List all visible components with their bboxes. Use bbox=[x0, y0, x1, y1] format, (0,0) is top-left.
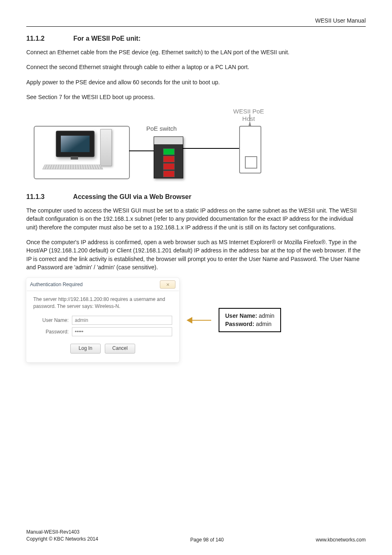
cancel-button[interactable]: Cancel bbox=[105, 344, 135, 354]
username-label: User Name: bbox=[33, 317, 72, 323]
login-button[interactable]: Log In bbox=[70, 344, 101, 354]
host-label: WESII PoE Host bbox=[226, 108, 271, 123]
host-label-line1: WESII PoE bbox=[233, 108, 264, 115]
monitor-stand-icon bbox=[71, 156, 78, 160]
auth-dialog: Authentication Required ⨉ The server htt… bbox=[26, 278, 179, 362]
running-header: WESII User Manual bbox=[26, 17, 366, 26]
poe-switch-label: PoE switch bbox=[146, 125, 177, 132]
header-rule bbox=[26, 26, 366, 27]
paragraph: Apply power to the PSE device and allow … bbox=[26, 78, 366, 86]
heading-text: Accessing the GUI via a Web Browser bbox=[73, 193, 191, 200]
pc-tower-icon bbox=[100, 129, 112, 166]
username-input[interactable]: admin bbox=[72, 316, 172, 325]
footer-page-number: Page 98 of 140 bbox=[190, 537, 224, 543]
heading-number: 11.1.3 bbox=[26, 193, 71, 201]
section-heading-11-1-2: 11.1.2 For a WESII PoE unit: bbox=[26, 35, 366, 42]
antenna-icon bbox=[249, 121, 251, 126]
page-footer: Manual-WESII-Rev1403 Copyright © KBC Net… bbox=[26, 529, 366, 543]
cred-user-value: admin bbox=[257, 312, 274, 319]
paragraph: Connect an Ethernet cable from the PSE d… bbox=[26, 48, 366, 56]
paragraph: See Section 7 for the WESII LED boot up … bbox=[26, 93, 366, 101]
password-input[interactable]: ••••• bbox=[72, 327, 172, 336]
cred-pass-value: admin bbox=[254, 321, 272, 327]
keyboard-icon bbox=[42, 165, 103, 169]
cred-user-label: User Name: bbox=[225, 312, 257, 319]
dialog-title: Authentication Required bbox=[30, 282, 83, 287]
dialog-titlebar: Authentication Required ⨉ bbox=[27, 278, 179, 291]
monitor-icon bbox=[56, 131, 95, 157]
paragraph: Once the computer's IP address is confir… bbox=[26, 238, 366, 271]
footer-line1: Manual-WESII-Rev1403 bbox=[26, 529, 98, 536]
arrow-left-icon bbox=[187, 315, 211, 325]
credentials-callout: User Name: admin Password: admin bbox=[219, 308, 281, 332]
ethernet-link-icon bbox=[182, 148, 239, 149]
cred-pass-label: Password: bbox=[225, 321, 254, 327]
footer-line2: Copyright © KBC Networks 2014 bbox=[26, 536, 98, 543]
heading-text: For a WESII PoE unit: bbox=[73, 35, 141, 42]
dialog-intro-text: The server http://192.168.1.200:80 requi… bbox=[33, 296, 172, 310]
paragraph: Connect the second Ethernet straight thr… bbox=[26, 63, 366, 71]
poe-topology-diagram: WESII PoE Host PoE switch bbox=[30, 108, 281, 186]
wesii-host-unit-icon bbox=[239, 126, 261, 173]
close-button[interactable]: ⨉ bbox=[160, 280, 175, 289]
footer-url: www.kbcnetworks.com bbox=[316, 537, 366, 543]
ethernet-link-icon bbox=[129, 150, 154, 151]
poe-switch-icon bbox=[154, 136, 183, 178]
heading-number: 11.1.2 bbox=[26, 35, 71, 42]
paragraph: The computer used to access the WESII GU… bbox=[26, 206, 366, 231]
section-heading-11-1-3: 11.1.3 Accessing the GUI via a Web Brows… bbox=[26, 193, 366, 201]
password-label: Password: bbox=[33, 329, 72, 335]
